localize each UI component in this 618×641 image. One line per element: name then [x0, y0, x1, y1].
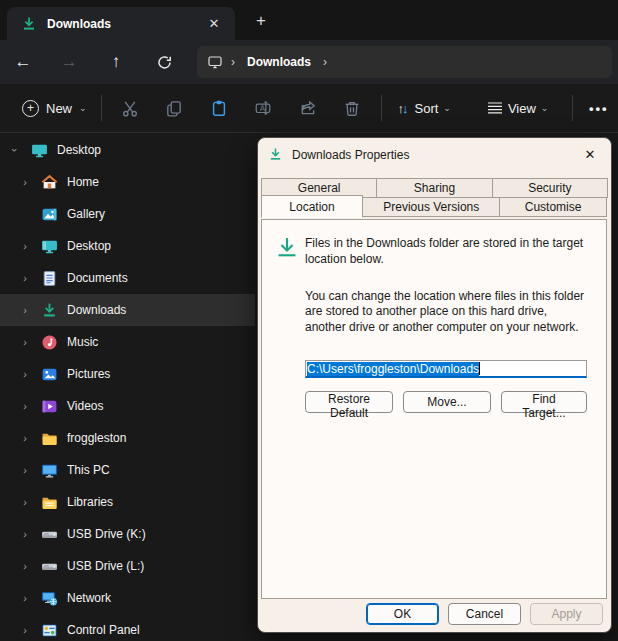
cut-button[interactable]	[108, 90, 153, 126]
breadcrumb-chevron-icon[interactable]: ›	[323, 55, 327, 69]
location-description-text: You can change the location where files …	[305, 289, 586, 336]
tab-location[interactable]: Location	[261, 195, 363, 218]
location-path-input[interactable]: C:\Users\froggleston\Downloads	[305, 360, 587, 378]
chevron-right-icon[interactable]	[18, 496, 32, 508]
sidebar-item-usb-drive-k[interactable]: USB Drive (K:)	[0, 518, 255, 550]
paste-button[interactable]	[197, 90, 242, 126]
navigation-bar: ← → ↑ › Downloads ›	[0, 40, 618, 84]
usb-drive-icon	[41, 526, 58, 543]
explorer-tab-downloads[interactable]: Downloads ✕	[7, 7, 235, 40]
refresh-button[interactable]	[147, 45, 181, 79]
chevron-right-icon[interactable]	[18, 464, 32, 476]
cancel-button[interactable]: Cancel	[448, 603, 521, 625]
more-options-button[interactable]: •••	[579, 90, 618, 126]
ellipsis-icon: •••	[589, 101, 609, 116]
sort-arrows-icon: ↑↓	[398, 101, 407, 116]
sidebar-item-videos[interactable]: Videos	[0, 390, 255, 422]
tab-customise[interactable]: Customise	[499, 197, 606, 217]
chevron-right-icon[interactable]	[18, 368, 32, 380]
sidebar-item-label: Music	[67, 335, 98, 349]
restore-default-button[interactable]: Restore Default	[305, 391, 393, 413]
sort-button[interactable]: ↑↓ Sort ⌄	[388, 95, 461, 122]
chevron-right-icon[interactable]	[18, 304, 32, 316]
chevron-down-icon[interactable]	[8, 144, 22, 156]
apply-button[interactable]: Apply	[530, 603, 603, 625]
command-bar: + New ⌄ A ↑↓ Sort ⌄ View ⌄ •••	[0, 84, 618, 133]
chevron-right-icon[interactable]	[18, 272, 32, 284]
sidebar-item-music[interactable]: Music	[0, 326, 255, 358]
rename-button[interactable]: A	[241, 90, 286, 126]
chevron-right-icon[interactable]	[18, 592, 32, 604]
home-icon	[41, 174, 58, 191]
delete-button[interactable]	[330, 90, 375, 126]
back-button[interactable]: ←	[6, 45, 40, 79]
sidebar-item-desktop-root[interactable]: Desktop	[0, 134, 255, 166]
sidebar-item-desktop[interactable]: Desktop	[0, 230, 255, 262]
forward-button[interactable]: →	[52, 45, 86, 79]
downloads-icon	[41, 302, 58, 319]
sidebar-item-pictures[interactable]: Pictures	[0, 358, 255, 390]
desktop-icon	[41, 238, 58, 255]
navigation-pane: Desktop Home Gallery Desktop Documents D…	[0, 134, 255, 641]
toolbar-divider	[381, 95, 382, 121]
videos-icon	[41, 398, 58, 415]
new-button[interactable]: + New ⌄	[14, 94, 95, 123]
new-button-label: New	[46, 101, 72, 116]
breadcrumb-chevron-icon: ›	[231, 55, 235, 69]
downloads-icon	[21, 16, 37, 32]
chevron-down-icon: ⌄	[79, 103, 87, 113]
chevron-right-icon[interactable]	[18, 336, 32, 348]
network-icon	[41, 590, 58, 607]
pictures-icon	[41, 366, 58, 383]
dialog-footer: OK Cancel Apply	[258, 599, 611, 633]
sidebar-item-label: Network	[67, 591, 111, 605]
new-tab-button[interactable]: +	[248, 9, 274, 33]
tab-close-icon[interactable]: ✕	[203, 13, 225, 35]
sidebar-item-control-panel[interactable]: Control Panel	[0, 614, 255, 641]
sidebar-item-label: Downloads	[67, 303, 126, 317]
sidebar-item-label: Desktop	[67, 239, 111, 253]
sidebar-item-network[interactable]: Network	[0, 582, 255, 614]
sidebar-item-gallery[interactable]: Gallery	[0, 198, 255, 230]
find-target-button[interactable]: Find Target...	[501, 391, 587, 413]
chevron-right-icon[interactable]	[18, 432, 32, 444]
desktop-icon	[31, 142, 48, 159]
dialog-close-icon[interactable]: ✕	[577, 143, 603, 167]
ok-button[interactable]: OK	[366, 603, 439, 625]
chevron-right-icon[interactable]	[18, 240, 32, 252]
libraries-icon	[41, 494, 58, 511]
music-icon	[41, 334, 58, 351]
breadcrumb-downloads[interactable]: Downloads	[243, 55, 315, 69]
address-bar[interactable]: › Downloads ›	[197, 46, 612, 78]
copy-button[interactable]	[152, 90, 197, 126]
tab-previous-versions[interactable]: Previous Versions	[362, 197, 500, 217]
tab-security[interactable]: Security	[492, 178, 608, 198]
sidebar-item-downloads[interactable]: Downloads	[0, 294, 255, 326]
sort-button-label: Sort	[415, 101, 439, 116]
this-pc-icon	[41, 462, 58, 479]
chevron-right-icon[interactable]	[18, 560, 32, 572]
chevron-placeholder	[18, 208, 32, 220]
sidebar-item-froggleston[interactable]: froggleston	[0, 422, 255, 454]
sidebar-item-label: Gallery	[67, 207, 105, 221]
up-button[interactable]: ↑	[99, 45, 133, 79]
chevron-right-icon[interactable]	[18, 624, 32, 636]
chevron-right-icon[interactable]	[18, 400, 32, 412]
toolbar-divider	[101, 95, 102, 121]
downloads-icon	[268, 147, 283, 162]
move-button[interactable]: Move...	[403, 391, 491, 413]
tab-sharing[interactable]: Sharing	[376, 178, 492, 198]
sidebar-item-home[interactable]: Home	[0, 166, 255, 198]
share-button[interactable]	[286, 90, 331, 126]
sidebar-item-label: Pictures	[67, 367, 110, 381]
sidebar-item-label: Control Panel	[67, 623, 140, 637]
computer-icon	[207, 54, 223, 70]
sidebar-item-documents[interactable]: Documents	[0, 262, 255, 294]
chevron-right-icon[interactable]	[18, 176, 32, 188]
sidebar-item-this-pc[interactable]: This PC	[0, 454, 255, 486]
sidebar-item-usb-drive-l[interactable]: USB Drive (L:)	[0, 550, 255, 582]
sidebar-item-label: USB Drive (L:)	[67, 559, 144, 573]
chevron-right-icon[interactable]	[18, 528, 32, 540]
sidebar-item-libraries[interactable]: Libraries	[0, 486, 255, 518]
view-button[interactable]: View ⌄	[477, 95, 559, 122]
